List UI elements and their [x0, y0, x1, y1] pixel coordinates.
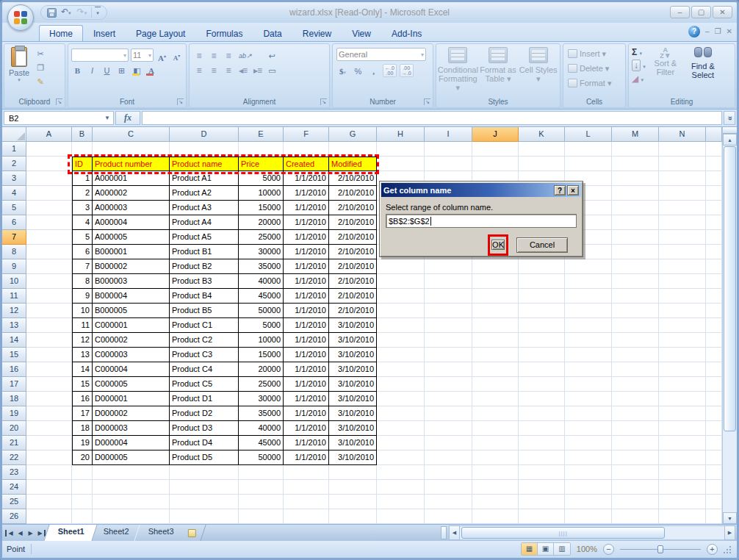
vertical-scrollbar[interactable]: ▲ ▼ — [722, 127, 737, 524]
first-sheet-icon[interactable]: ◀ — [5, 530, 15, 536]
conditional-formatting-button[interactable]: Conditional Formatting ▾ — [438, 46, 477, 93]
column-header-F[interactable]: F — [284, 127, 329, 142]
cell-H1[interactable] — [377, 142, 425, 157]
cell-E11[interactable]: 45000 — [239, 289, 284, 304]
cell-D13[interactable]: Product C1 — [170, 318, 239, 333]
font-size-combo[interactable]: 11▾ — [131, 49, 154, 62]
cell-F3[interactable]: 1/1/2010 — [284, 171, 329, 186]
cell-D12[interactable]: Product B5 — [170, 304, 239, 318]
cell-A12[interactable] — [26, 304, 72, 318]
italic-button[interactable]: I — [86, 64, 98, 76]
cell-H2[interactable] — [377, 157, 425, 171]
cell-F4[interactable]: 1/1/2010 — [284, 186, 329, 201]
cell-F20[interactable]: 1/1/2010 — [284, 421, 329, 436]
cell-H19[interactable] — [377, 406, 425, 421]
cell-B18[interactable]: 16 — [72, 392, 93, 406]
cell-N21[interactable] — [659, 436, 706, 450]
cell-C6[interactable]: A000004 — [93, 215, 170, 230]
cell-J26[interactable] — [472, 509, 519, 524]
cell-D10[interactable]: Product B3 — [170, 274, 239, 289]
cell-H18[interactable] — [377, 392, 425, 406]
cell-K13[interactable] — [519, 318, 565, 333]
sheet-tab-sheet1[interactable]: Sheet1 — [43, 525, 97, 541]
row-header-10[interactable]: 10 — [2, 274, 26, 289]
cell-I23[interactable] — [425, 465, 472, 480]
zoom-slider-thumb[interactable] — [657, 545, 663, 553]
cell-G21[interactable]: 3/10/2010 — [329, 436, 377, 450]
row-header-25[interactable]: 25 — [2, 495, 26, 509]
select-all-corner[interactable] — [2, 127, 26, 142]
cell-F24[interactable] — [284, 480, 329, 495]
cell-G6[interactable]: 2/10/2010 — [329, 215, 377, 230]
cell-I26[interactable] — [425, 509, 472, 524]
cell-B20[interactable]: 18 — [72, 421, 93, 436]
ok-button[interactable]: OK — [491, 240, 505, 250]
cell-H21[interactable] — [377, 436, 425, 450]
cell-B17[interactable]: 15 — [72, 377, 93, 392]
row-header-1[interactable]: 1 — [2, 142, 26, 157]
cell-N24[interactable] — [659, 480, 706, 495]
cell-A16[interactable] — [26, 362, 72, 377]
cell-A22[interactable] — [26, 450, 72, 465]
cell-A3[interactable] — [26, 171, 72, 186]
cell-N11[interactable] — [659, 289, 706, 304]
cell-K11[interactable] — [519, 289, 565, 304]
cut-icon[interactable]: ✂ — [34, 48, 47, 60]
cell-A9[interactable] — [26, 259, 72, 274]
cell-L26[interactable] — [565, 509, 612, 524]
cell-J12[interactable] — [472, 304, 519, 318]
alignment-dialog-launcher-icon[interactable]: ↘ — [320, 98, 327, 105]
cell-E24[interactable] — [239, 480, 284, 495]
row-header-24[interactable]: 24 — [2, 480, 26, 495]
cell-K2[interactable] — [519, 157, 565, 171]
cell-L12[interactable] — [565, 304, 612, 318]
cell-K10[interactable] — [519, 274, 565, 289]
row-header-14[interactable]: 14 — [2, 333, 26, 348]
cell-E23[interactable] — [239, 465, 284, 480]
row-header-15[interactable]: 15 — [2, 348, 26, 362]
cell-G1[interactable] — [329, 142, 377, 157]
cell-B7[interactable]: 5 — [72, 230, 93, 245]
last-sheet-icon[interactable]: ▶ — [36, 530, 46, 536]
scroll-up-icon[interactable]: ▲ — [723, 134, 737, 146]
tab-split-handle[interactable] — [441, 526, 447, 539]
fx-icon[interactable]: fx — [115, 111, 140, 125]
cell-H20[interactable] — [377, 421, 425, 436]
zoom-in-icon[interactable]: + — [707, 544, 718, 555]
cell-J14[interactable] — [472, 333, 519, 348]
cell-C23[interactable] — [93, 465, 170, 480]
comma-style-icon[interactable]: , — [367, 65, 380, 77]
cell-N2[interactable] — [659, 157, 706, 171]
cell-L16[interactable] — [565, 362, 612, 377]
horizontal-scroll-thumb[interactable]: |||| — [461, 527, 665, 539]
cell-N9[interactable] — [659, 259, 706, 274]
resize-grip[interactable] — [724, 545, 732, 553]
cell-L14[interactable] — [565, 333, 612, 348]
cell-L17[interactable] — [565, 377, 612, 392]
cell-A26[interactable] — [26, 509, 72, 524]
cell-I18[interactable] — [425, 392, 472, 406]
cell-L20[interactable] — [565, 421, 612, 436]
cell-H14[interactable] — [377, 333, 425, 348]
cell-N6[interactable] — [659, 215, 706, 230]
name-box[interactable]: B2▼ — [4, 111, 114, 125]
cell-F14[interactable]: 1/1/2010 — [284, 333, 329, 348]
cell-M9[interactable] — [612, 259, 659, 274]
cell-C20[interactable]: D000003 — [93, 421, 170, 436]
wrap-text-icon[interactable]: ↩ — [266, 49, 278, 62]
cell-I16[interactable] — [425, 362, 472, 377]
cell-D24[interactable] — [170, 480, 239, 495]
cell-I13[interactable] — [425, 318, 472, 333]
cell-D9[interactable]: Product B2 — [170, 259, 239, 274]
cell-F11[interactable]: 1/1/2010 — [284, 289, 329, 304]
cell-N19[interactable] — [659, 406, 706, 421]
cell-D4[interactable]: Product A2 — [170, 186, 239, 201]
cell-B12[interactable]: 10 — [72, 304, 93, 318]
cell-G4[interactable]: 2/10/2010 — [329, 186, 377, 201]
row-header-7[interactable]: 7 — [2, 230, 26, 245]
cell-I20[interactable] — [425, 421, 472, 436]
tab-page-layout[interactable]: Page Layout — [126, 25, 195, 41]
cell-F23[interactable] — [284, 465, 329, 480]
cell-H23[interactable] — [377, 465, 425, 480]
cell-M5[interactable] — [612, 201, 659, 215]
